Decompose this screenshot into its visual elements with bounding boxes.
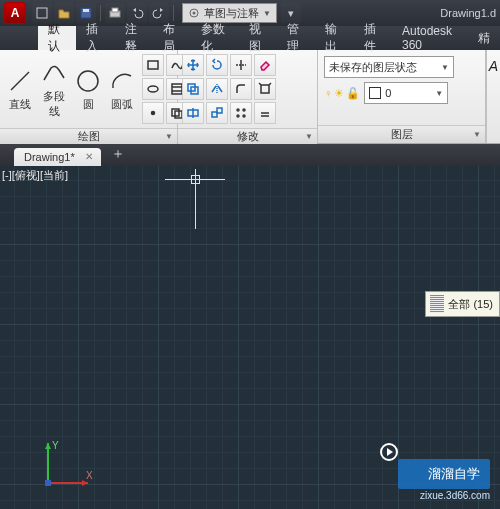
sun-icon[interactable]: ☀ [334, 87, 344, 100]
svg-text:Y: Y [52, 440, 59, 451]
document-tab[interactable]: Drawing1* ✕ [14, 148, 101, 166]
arc-icon [108, 67, 136, 95]
panel-layers-title[interactable]: 图层▼ [318, 125, 485, 143]
window-title: Drawing1.d [440, 7, 496, 19]
viewport-label[interactable]: [-][俯视][当前] [2, 168, 68, 183]
redo-icon[interactable] [149, 3, 169, 23]
save-icon[interactable] [76, 3, 96, 23]
svg-line-22 [259, 83, 261, 85]
document-tab-label: Drawing1* [24, 151, 75, 163]
layer-state-dropdown[interactable]: 未保存的图层状态 ▼ [324, 56, 454, 78]
svg-rect-9 [148, 61, 158, 69]
chevron-down-icon: ▼ [305, 132, 313, 141]
tab-layout[interactable]: 布局 [153, 26, 191, 50]
rotate-button[interactable] [206, 54, 228, 76]
point-button[interactable] [142, 102, 164, 124]
svg-marker-35 [45, 443, 51, 449]
svg-point-29 [243, 109, 245, 111]
open-icon[interactable] [54, 3, 74, 23]
arc-button[interactable]: 圆弧 [108, 67, 136, 112]
polyline-button[interactable]: 多段线 [40, 59, 68, 119]
panel-draw: 直线 多段线 圆 圆弧 [0, 50, 178, 143]
snap-tooltip[interactable]: 全部 (15) [425, 291, 500, 317]
tab-extra[interactable]: 精 [468, 26, 500, 50]
tab-default[interactable]: 默认 [38, 26, 76, 50]
svg-line-23 [269, 83, 271, 85]
svg-point-28 [237, 109, 239, 111]
tab-addins[interactable]: 插件 [354, 26, 392, 50]
mirror-button[interactable] [206, 78, 228, 100]
workspace-label: 草图与注释 [204, 6, 259, 21]
explode-button[interactable] [254, 78, 276, 100]
scale-button[interactable] [206, 102, 228, 124]
arc-label: 圆弧 [111, 97, 133, 112]
stretch-button[interactable] [182, 102, 204, 124]
new-icon[interactable] [32, 3, 52, 23]
svg-rect-4 [112, 8, 118, 12]
tab-a360[interactable]: Autodesk 360 [392, 26, 468, 50]
tab-view[interactable]: 视图 [239, 26, 277, 50]
lock-icon[interactable]: 🔓 [346, 87, 360, 100]
chevron-down-icon: ▼ [473, 130, 481, 139]
svg-rect-27 [217, 108, 222, 113]
move-button[interactable] [182, 54, 204, 76]
app-logo[interactable]: A [4, 2, 26, 24]
quick-access-toolbar [32, 3, 176, 23]
svg-point-6 [193, 12, 196, 15]
document-tab-strip: Drawing1* ✕ ＋ [0, 144, 500, 166]
layer-dropdown[interactable]: 0 ▼ [364, 82, 448, 104]
qat-more-icon[interactable]: ▾ [281, 3, 301, 23]
svg-point-8 [78, 71, 98, 91]
line-button[interactable]: 直线 [6, 67, 34, 112]
tab-insert[interactable]: 插入 [76, 26, 114, 50]
erase-button[interactable] [254, 54, 276, 76]
ucs-icon[interactable]: X Y [40, 435, 96, 491]
ellipse-button[interactable] [142, 78, 164, 100]
tab-parametric[interactable]: 参数化 [191, 26, 238, 50]
tab-manage[interactable]: 管理 [277, 26, 315, 50]
close-icon[interactable]: ✕ [85, 151, 93, 162]
polyline-icon [40, 59, 68, 87]
rectangle-button[interactable] [142, 54, 164, 76]
circle-label: 圆 [83, 97, 94, 112]
copy-button[interactable] [182, 78, 204, 100]
array-button[interactable] [230, 102, 252, 124]
line-icon [6, 67, 34, 95]
svg-text:X: X [86, 470, 93, 481]
layer-state-label: 未保存的图层状态 [329, 60, 417, 75]
snap-label: 全部 (15) [448, 297, 493, 312]
chevron-down-icon: ▼ [435, 89, 443, 98]
drawing-area[interactable]: [-][俯视][当前] 全部 (15) X Y 溜溜自学 zixue.3d66.… [0, 166, 500, 509]
svg-rect-2 [83, 9, 89, 12]
new-tab-button[interactable]: ＋ [111, 145, 125, 163]
plot-icon[interactable] [105, 3, 125, 23]
workspace-dropdown[interactable]: 草图与注释 ▼ [182, 3, 277, 23]
qat-separator [173, 5, 174, 21]
lightbulb-icon[interactable]: ♀ [324, 87, 332, 100]
trim-button[interactable] [230, 54, 252, 76]
svg-point-31 [243, 115, 245, 117]
tab-annotate[interactable]: 注释 [115, 26, 153, 50]
chevron-down-icon: ▼ [165, 132, 173, 141]
undo-icon[interactable] [127, 3, 147, 23]
chevron-down-icon: ▼ [441, 63, 449, 72]
circle-icon [74, 67, 102, 95]
watermark-url: zixue.3d66.com [420, 490, 490, 501]
chevron-down-icon: ▼ [263, 9, 271, 18]
panel-modify-title[interactable]: 修改▼ [178, 128, 317, 144]
line-label: 直线 [9, 97, 31, 112]
svg-point-10 [148, 86, 158, 92]
circle-button[interactable]: 圆 [74, 67, 102, 112]
ribbon: 直线 多段线 圆 圆弧 [0, 50, 500, 144]
layer-name: 0 [385, 87, 391, 99]
panel-draw-title[interactable]: 绘图▼ [0, 128, 177, 144]
panel-text-stub[interactable]: A [486, 50, 500, 143]
offset-button[interactable] [254, 102, 276, 124]
fillet-button[interactable] [230, 78, 252, 100]
panel-modify: 修改▼ [178, 50, 318, 143]
gear-icon [188, 7, 200, 19]
tab-output[interactable]: 输出 [315, 26, 353, 50]
svg-point-30 [237, 115, 239, 117]
svg-rect-36 [45, 480, 51, 486]
svg-rect-21 [261, 85, 269, 93]
